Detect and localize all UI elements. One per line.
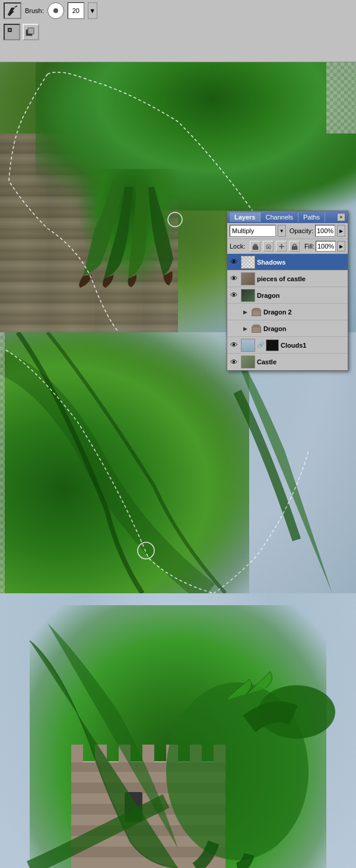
layer-row-dragon2[interactable]: 👁 ▶ Dragon 2 bbox=[227, 304, 348, 320]
tab-layers[interactable]: Layers bbox=[230, 212, 260, 222]
layer-thumb-castle bbox=[241, 355, 255, 368]
tool-brush[interactable] bbox=[4, 24, 20, 40]
toolbar-row1: Brush: 20 ▼ bbox=[0, 0, 356, 21]
layer-row-dragon[interactable]: 👁 Dragon bbox=[227, 287, 348, 304]
lock-position-btn[interactable] bbox=[276, 241, 287, 252]
layers-title-bar: Layers Channels Paths × bbox=[227, 211, 348, 223]
transparent-area-2 bbox=[0, 332, 5, 593]
layers-tabs: Layers Channels Paths bbox=[230, 212, 325, 222]
layer-name-clouds1: Clouds1 bbox=[281, 342, 347, 349]
blend-mode-arrow[interactable]: ▼ bbox=[278, 225, 286, 237]
panel-close-button[interactable]: × bbox=[337, 213, 345, 221]
layer-chain-clouds1: 🔗 bbox=[257, 342, 264, 348]
brush-dropdown-arrow[interactable]: ▼ bbox=[88, 2, 97, 19]
opacity-label: Opacity: bbox=[290, 227, 313, 234]
layer-visibility-shadows[interactable]: 👁 bbox=[228, 257, 239, 268]
svg-rect-14 bbox=[253, 311, 260, 316]
brush-preview[interactable] bbox=[47, 2, 64, 19]
layer-row-castle[interactable]: 👁 Castle bbox=[227, 354, 348, 370]
lock-transparency-btn[interactable] bbox=[250, 241, 260, 252]
canvas-panel-2 bbox=[0, 332, 356, 593]
fill-value[interactable]: 100% bbox=[316, 241, 336, 252]
lock-row: Lock: bbox=[227, 239, 348, 254]
layer-row-clouds1[interactable]: 👁 🔗 Clouds1 bbox=[227, 337, 348, 354]
dragon-claw-svg bbox=[77, 169, 184, 288]
svg-point-12 bbox=[281, 246, 282, 247]
layer-group-icon-dragon2 bbox=[251, 307, 262, 317]
blend-mode-select[interactable]: Multiply bbox=[230, 225, 276, 237]
toolbar-row2 bbox=[0, 21, 356, 43]
lock-label: Lock: bbox=[230, 243, 245, 250]
blend-mode-row: Multiply ▼ Opacity: 100% ▶ bbox=[227, 223, 348, 239]
layer-name-dragon2: Dragon 2 bbox=[263, 309, 347, 316]
fill-arrow[interactable]: ▶ bbox=[337, 241, 345, 252]
dragon-claw bbox=[77, 169, 184, 288]
layer-visibility-clouds1[interactable]: 👁 bbox=[228, 340, 239, 351]
layer-visibility-castle[interactable]: 👁 bbox=[228, 357, 239, 367]
layer-name-dragon: Dragon bbox=[257, 292, 347, 299]
fill-label: Fill: bbox=[304, 243, 314, 250]
wing-area bbox=[0, 332, 249, 593]
layer-row-shadows[interactable]: 👁 Shadows bbox=[227, 254, 348, 271]
lock-image-btn[interactable] bbox=[263, 241, 274, 252]
layer-row-dragon-group[interactable]: 👁 ▶ Dragon bbox=[227, 320, 348, 337]
svg-rect-10 bbox=[255, 245, 256, 247]
toolbar: Brush: 20 ▼ bbox=[0, 0, 356, 62]
opacity-arrow[interactable]: ▶ bbox=[337, 225, 345, 237]
svg-line-0 bbox=[15, 6, 17, 7]
layer-name-dragon-group: Dragon bbox=[263, 325, 347, 332]
fill-section: Fill: 100% ▶ bbox=[304, 241, 345, 252]
svg-rect-15 bbox=[253, 328, 260, 332]
layer-thumb-clouds1 bbox=[241, 339, 255, 352]
brush-label: Brush: bbox=[25, 7, 44, 14]
tool-secondary[interactable] bbox=[23, 24, 39, 40]
transparent-area-1 bbox=[326, 62, 356, 133]
layer-visibility-dragon[interactable]: 👁 bbox=[228, 290, 239, 301]
layer-thumb-shadows bbox=[241, 256, 255, 269]
layer-visibility-castle-pieces[interactable]: 👁 bbox=[228, 274, 239, 284]
layer-name-castle-pieces: pieces of castle bbox=[257, 275, 347, 282]
castle-base bbox=[71, 761, 225, 868]
svg-rect-4 bbox=[28, 28, 34, 34]
layers-panel: Layers Channels Paths × Multiply ▼ Opaci… bbox=[227, 211, 348, 371]
layer-visibility-dragon-group[interactable]: 👁 bbox=[228, 323, 239, 334]
svg-rect-2 bbox=[9, 29, 11, 31]
layer-visibility-dragon2[interactable]: 👁 bbox=[228, 307, 239, 317]
layer-expand-dragon2[interactable]: ▶ bbox=[241, 308, 249, 316]
layer-row-castle-pieces[interactable]: 👁 pieces of castle bbox=[227, 271, 348, 287]
layer-name-shadows: Shadows bbox=[257, 259, 347, 266]
brush-size-input[interactable]: 20 bbox=[68, 2, 84, 19]
current-tool-icon[interactable] bbox=[4, 2, 21, 19]
layer-name-castle: Castle bbox=[257, 358, 347, 365]
canvas-panel-3 bbox=[0, 593, 356, 868]
opacity-value[interactable]: 100% bbox=[315, 225, 335, 237]
tab-channels[interactable]: Channels bbox=[260, 212, 298, 222]
lock-all-btn[interactable] bbox=[289, 241, 300, 252]
layer-mask-clouds1 bbox=[266, 339, 279, 351]
layer-thumb-dragon bbox=[241, 289, 255, 302]
svg-point-11 bbox=[268, 246, 269, 248]
svg-rect-13 bbox=[292, 246, 297, 250]
canvas-area: Brush: 20 ▼ bbox=[0, 0, 356, 868]
tab-paths[interactable]: Paths bbox=[298, 212, 325, 222]
layer-group-icon-dragon-group bbox=[251, 323, 262, 334]
layer-expand-dragon-group[interactable]: ▶ bbox=[241, 325, 249, 333]
layer-thumb-castle-pieces bbox=[241, 272, 255, 285]
